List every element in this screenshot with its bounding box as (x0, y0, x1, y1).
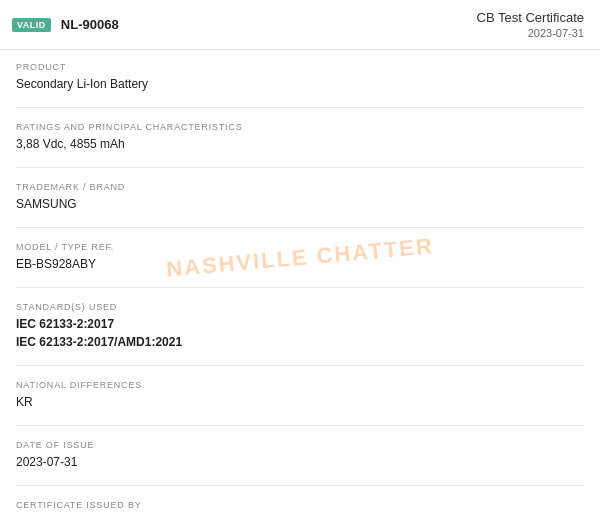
date-value: 2023-07-31 (16, 453, 584, 471)
national-section: NATIONAL DIFFERENCES KR (16, 380, 584, 411)
ratings-section: RATINGS AND PRINCIPAL CHARACTERISTICS 3,… (16, 122, 584, 153)
model-label: MODEL / TYPE REF. (16, 242, 584, 252)
standards-section: STANDARD(S) USED IEC 62133-2:2017 IEC 62… (16, 302, 584, 351)
certificate-content: PRODUCT Secondary Li-Ion Battery RATINGS… (0, 50, 600, 513)
standards-line2: IEC 62133-2:2017/AMD1:2021 (16, 333, 584, 351)
divider-2 (16, 167, 584, 168)
ratings-label: RATINGS AND PRINCIPAL CHARACTERISTICS (16, 122, 584, 132)
divider-5 (16, 365, 584, 366)
model-value: EB-BS928ABY (16, 255, 584, 273)
valid-badge: VALID (12, 18, 51, 32)
cert-title: CB Test Certificate (477, 10, 584, 25)
standards-label: STANDARD(S) USED (16, 302, 584, 312)
ratings-value: 3,88 Vdc, 4855 mAh (16, 135, 584, 153)
divider-7 (16, 485, 584, 486)
issued-section: CERTIFICATE ISSUED BY DEKRA Certificatio… (16, 500, 584, 513)
divider-6 (16, 425, 584, 426)
divider-1 (16, 107, 584, 108)
trademark-value: SAMSUNG (16, 195, 584, 213)
certificate-header: VALID NL-90068 CB Test Certificate 2023-… (0, 0, 600, 50)
cert-number: NL-90068 (61, 17, 119, 32)
header-left: VALID NL-90068 (12, 17, 119, 32)
model-section: MODEL / TYPE REF. EB-BS928ABY NASHVILLE … (16, 242, 584, 273)
national-label: NATIONAL DIFFERENCES (16, 380, 584, 390)
header-right: CB Test Certificate 2023-07-31 (477, 10, 584, 39)
divider-3 (16, 227, 584, 228)
trademark-section: TRADEMARK / BRAND SAMSUNG (16, 182, 584, 213)
standards-line1: IEC 62133-2:2017 (16, 315, 584, 333)
cert-date: 2023-07-31 (477, 27, 584, 39)
divider-4 (16, 287, 584, 288)
trademark-label: TRADEMARK / BRAND (16, 182, 584, 192)
product-section: PRODUCT Secondary Li-Ion Battery (16, 62, 584, 93)
product-label: PRODUCT (16, 62, 584, 72)
date-section: DATE OF ISSUE 2023-07-31 (16, 440, 584, 471)
issued-label: CERTIFICATE ISSUED BY (16, 500, 584, 510)
certificate-page: VALID NL-90068 CB Test Certificate 2023-… (0, 0, 600, 513)
product-value: Secondary Li-Ion Battery (16, 75, 584, 93)
date-label: DATE OF ISSUE (16, 440, 584, 450)
national-value: KR (16, 393, 584, 411)
